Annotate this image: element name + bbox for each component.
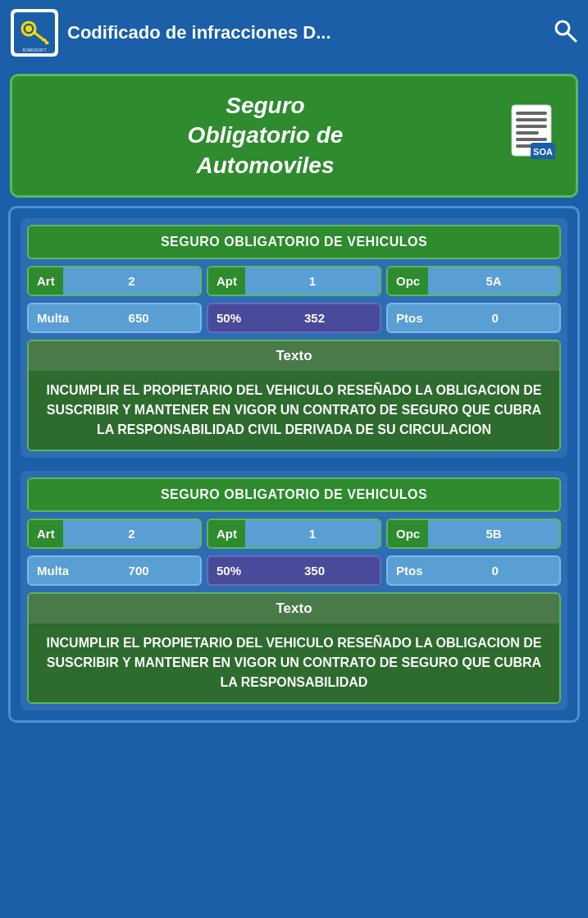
card1-percent-label: 50% bbox=[208, 304, 249, 331]
card2-multa-label: Multa bbox=[29, 557, 77, 584]
card2-field-row1: Art 2 Apt 1 Opc 5B bbox=[27, 518, 561, 549]
card2-texto-label: Texto bbox=[276, 601, 312, 616]
card2-art-group: Art 2 bbox=[27, 518, 202, 549]
svg-rect-6 bbox=[45, 42, 48, 44]
card1-ptos-group: Ptos 0 bbox=[386, 303, 561, 333]
card1-apt-value: 1 bbox=[245, 267, 380, 295]
card2-art-value: 2 bbox=[63, 520, 200, 547]
infraction-card-2: SEGURO OBLIGATORIO DE VEHICULOS Art 2 Ap… bbox=[21, 471, 567, 710]
card2-percent-group: 50% 350 bbox=[207, 555, 381, 586]
search-icon[interactable] bbox=[552, 17, 578, 49]
card1-field-row1: Art 2 Apt 1 Opc 5A bbox=[27, 266, 561, 296]
card2-multa-value: 700 bbox=[77, 557, 200, 584]
card1-texto-label: Texto bbox=[276, 348, 312, 363]
card2-ptos-label: Ptos bbox=[388, 557, 431, 584]
card2-apt-value: 1 bbox=[245, 520, 380, 547]
card1-opc-label: Opc bbox=[388, 267, 428, 295]
card1-texto-section: Texto INCUMPLIR EL PROPIETARIO DEL VEHIC… bbox=[27, 340, 561, 451]
card1-texto-body: INCUMPLIR EL PROPIETARIO DEL VEHICULO RE… bbox=[29, 371, 559, 450]
svg-text:SOA: SOA bbox=[533, 147, 553, 157]
card2-texto-header: Texto bbox=[29, 594, 559, 623]
svg-rect-13 bbox=[516, 125, 547, 128]
card1-multa-row: Multa 650 50% 352 Ptos 0 bbox=[27, 303, 561, 333]
app-title: Codificado de infracciones D... bbox=[67, 22, 552, 43]
svg-line-9 bbox=[567, 33, 576, 41]
banner-document-icon: SOA bbox=[505, 103, 563, 169]
card1-apt-group: Apt 1 bbox=[207, 266, 381, 296]
svg-rect-12 bbox=[516, 118, 547, 121]
svg-rect-15 bbox=[516, 138, 547, 141]
card2-header-text: SEGURO OBLIGATORIO DE VEHICULOS bbox=[161, 487, 427, 501]
app-header: ROMOSOFT Codificado de infracciones D... bbox=[0, 0, 588, 66]
card1-percent-value: 352 bbox=[249, 304, 380, 331]
cards-container: SEGURO OBLIGATORIO DE VEHICULOS Art 2 Ap… bbox=[8, 206, 580, 723]
card1-ptos-label: Ptos bbox=[388, 304, 431, 331]
soa-banner: Seguro Obligatorio de Automoviles SOA bbox=[10, 74, 578, 198]
card2-opc-label: Opc bbox=[388, 520, 428, 547]
card2-apt-label: Apt bbox=[208, 520, 245, 547]
card2-opc-group: Opc 5B bbox=[386, 518, 561, 549]
card2-texto-body: INCUMPLIR EL PROPIETARIO DEL VEHICULO RE… bbox=[29, 623, 559, 702]
card2-opc-value: 5B bbox=[428, 520, 559, 547]
svg-rect-5 bbox=[42, 39, 46, 41]
card1-art-value: 2 bbox=[63, 267, 200, 295]
card2-percent-value: 350 bbox=[249, 557, 380, 584]
card1-art-group: Art 2 bbox=[27, 266, 202, 296]
card1-opc-value: 5A bbox=[428, 267, 559, 295]
card2-texto-section: Texto INCUMPLIR EL PROPIETARIO DEL VEHIC… bbox=[27, 592, 561, 704]
card2-ptos-group: Ptos 0 bbox=[386, 555, 561, 586]
infraction-card-1: SEGURO OBLIGATORIO DE VEHICULOS Art 2 Ap… bbox=[21, 218, 567, 458]
card1-apt-label: Apt bbox=[208, 267, 245, 295]
card2-percent-label: 50% bbox=[208, 557, 249, 584]
card1-multa-value: 650 bbox=[77, 304, 200, 331]
card1-opc-group: Opc 5A bbox=[386, 266, 561, 296]
card2-art-label: Art bbox=[29, 520, 63, 547]
card2-ptos-value: 0 bbox=[431, 557, 559, 584]
svg-point-3 bbox=[25, 25, 32, 32]
card1-texto-content: INCUMPLIR EL PROPIETARIO DEL VEHICULO RE… bbox=[47, 383, 542, 436]
card2-apt-group: Apt 1 bbox=[207, 518, 381, 549]
card1-ptos-value: 0 bbox=[431, 304, 559, 331]
banner-title: Seguro Obligatorio de Automoviles bbox=[25, 91, 505, 180]
app-logo: ROMOSOFT bbox=[10, 8, 59, 57]
card1-multa-label: Multa bbox=[29, 304, 77, 331]
card1-art-label: Art bbox=[29, 267, 63, 295]
svg-rect-11 bbox=[516, 112, 547, 115]
card2-multa-row: Multa 700 50% 350 Ptos 0 bbox=[27, 555, 561, 586]
card1-header: SEGURO OBLIGATORIO DE VEHICULOS bbox=[27, 225, 561, 259]
card1-percent-group: 50% 352 bbox=[207, 303, 381, 333]
card1-header-text: SEGURO OBLIGATORIO DE VEHICULOS bbox=[161, 235, 427, 249]
svg-rect-14 bbox=[516, 131, 539, 135]
card2-header: SEGURO OBLIGATORIO DE VEHICULOS bbox=[27, 477, 561, 512]
card2-texto-content: INCUMPLIR EL PROPIETARIO DEL VEHICULO RE… bbox=[47, 636, 542, 689]
svg-text:ROMOSOFT: ROMOSOFT bbox=[23, 48, 47, 53]
card1-texto-header: Texto bbox=[29, 341, 559, 371]
card1-multa-group: Multa 650 bbox=[27, 303, 202, 333]
card2-multa-group: Multa 700 bbox=[27, 555, 202, 586]
